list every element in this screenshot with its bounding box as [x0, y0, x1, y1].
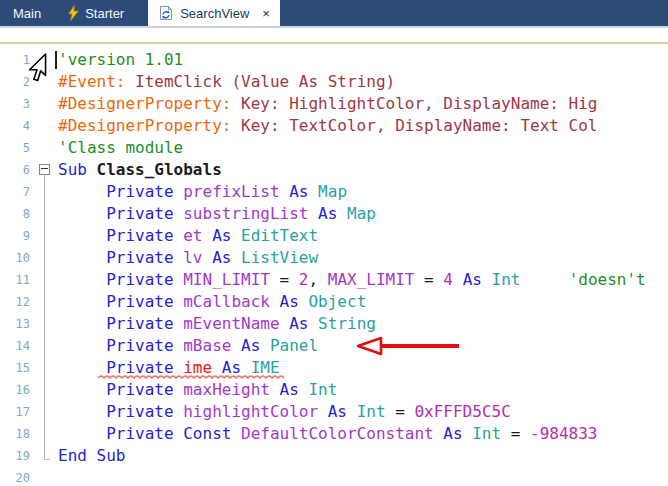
fold-gutter: [34, 379, 58, 401]
code-line[interactable]: 16 Private maxHeight As Int: [0, 379, 668, 401]
code-text: Private mBase As Panel: [58, 335, 668, 357]
code-line[interactable]: 15 Private ime As IME: [0, 357, 668, 379]
code-token: ItemClick (Value As String): [125, 72, 395, 91]
code-token: String: [318, 314, 376, 333]
line-number[interactable]: 5: [0, 137, 34, 159]
code-text: Private maxHeight As Int: [58, 379, 668, 401]
code-text: Private ime As IME: [58, 357, 668, 379]
code-line[interactable]: 9 Private et As EditText: [0, 225, 668, 247]
tab-searchview-label: SearchView: [180, 6, 249, 21]
fold-guide: [44, 181, 45, 203]
code-line[interactable]: 4#DesignerProperty: Key: TextColor, Disp…: [0, 115, 668, 137]
code-text: #Event: ItemClick (Value As String): [58, 71, 668, 93]
code-token: As: [318, 204, 347, 223]
fold-guide: [44, 225, 45, 247]
code-token: Private: [58, 226, 183, 245]
code-line[interactable]: 7 Private prefixList As Map: [0, 181, 668, 203]
code-line[interactable]: 10 Private lv As ListView: [0, 247, 668, 269]
fold-gutter: [34, 137, 58, 159]
fold-gutter: [34, 313, 58, 335]
line-number[interactable]: 4: [0, 115, 34, 137]
code-line[interactable]: 20: [0, 467, 668, 486]
lightning-icon: [68, 5, 79, 21]
code-token: Int: [492, 270, 521, 289]
code-line[interactable]: 8 Private substringList As Map: [0, 203, 668, 225]
code-line[interactable]: 2#Event: ItemClick (Value As String): [0, 71, 668, 93]
code-line[interactable]: 14 Private mBase As Panel: [0, 335, 668, 357]
annotation-arrow-icon: [356, 336, 462, 356]
fold-collapse-icon[interactable]: [39, 164, 50, 175]
code-token: Private: [58, 182, 183, 201]
line-number[interactable]: 7: [0, 181, 34, 203]
code-token: As: [241, 336, 270, 355]
fold-gutter: [34, 159, 58, 181]
code-token: Private: [58, 402, 183, 421]
line-number[interactable]: 16: [0, 379, 34, 401]
code-token: =: [414, 270, 443, 289]
line-number[interactable]: 20: [0, 467, 34, 486]
line-number[interactable]: 10: [0, 247, 34, 269]
tab-starter[interactable]: Starter: [58, 0, 134, 26]
code-line[interactable]: 12 Private mCallback As Object: [0, 291, 668, 313]
code-text: Private MIN_LIMIT = 2, MAX_LIMIT = 4 As …: [58, 269, 668, 291]
code-line[interactable]: 18 Private Const DefaultColorConstant As…: [0, 423, 668, 445]
code-line[interactable]: 6Sub Class_Globals: [0, 159, 668, 181]
fold-guide: [44, 291, 45, 313]
line-number[interactable]: 19: [0, 445, 34, 467]
ide-window: { "tab_bar": { "tabs": [ { "label": "Mai…: [0, 0, 668, 486]
line-number[interactable]: 13: [0, 313, 34, 335]
fold-guide: [44, 335, 45, 357]
code-token: maxHeight: [183, 380, 279, 399]
code-text: Private mCallback As Object: [58, 291, 668, 313]
mouse-cursor-icon: [27, 52, 47, 86]
code-token: mBase: [183, 336, 241, 355]
code-editor[interactable]: 1'version 1.012#Event: ItemClick (Value …: [0, 44, 668, 486]
line-number[interactable]: 9: [0, 225, 34, 247]
fold-gutter: [34, 247, 58, 269]
code-token: As: [212, 248, 241, 267]
fold-gutter: [34, 335, 58, 357]
line-number[interactable]: 11: [0, 269, 34, 291]
code-text: #DesignerProperty: Key: HighlightColor, …: [58, 93, 668, 115]
code-token: 0xFFFD5C5C: [414, 402, 510, 421]
code-text: 'version 1.01: [58, 49, 668, 71]
tab-main[interactable]: Main: [0, 0, 54, 26]
code-line[interactable]: 5'Class module: [0, 137, 668, 159]
code-token: Int: [472, 424, 501, 443]
code-token: Sub: [58, 160, 97, 179]
code-token: Map: [318, 182, 347, 201]
fold-gutter: [34, 225, 58, 247]
code-line[interactable]: 3#DesignerProperty: Key: HighlightColor,…: [0, 93, 668, 115]
code-token: ListView: [241, 248, 318, 267]
code-token: lv: [183, 248, 212, 267]
code-line[interactable]: 19End Sub: [0, 445, 668, 467]
fold-gutter: [34, 93, 58, 115]
code-text: End Sub: [58, 445, 668, 467]
fold-guide: [44, 247, 45, 269]
code-line[interactable]: 13 Private mEventName As String: [0, 313, 668, 335]
code-token: mCallback: [183, 292, 279, 311]
fold-gutter: [34, 423, 58, 445]
line-number[interactable]: 14: [0, 335, 34, 357]
fold-guide-end: [44, 459, 50, 460]
line-number[interactable]: 15: [0, 357, 34, 379]
line-number[interactable]: 18: [0, 423, 34, 445]
line-number[interactable]: 17: [0, 401, 34, 423]
code-line[interactable]: 17 Private highlightColor As Int = 0xFFF…: [0, 401, 668, 423]
fold-gutter: [34, 291, 58, 313]
code-line[interactable]: 1'version 1.01: [0, 49, 668, 71]
tab-searchview[interactable]: SearchView ×: [148, 0, 280, 26]
code-token: Map: [347, 204, 376, 223]
line-number[interactable]: 12: [0, 291, 34, 313]
code-token: As: [463, 270, 492, 289]
code-token: Class_Globals: [97, 160, 222, 179]
close-tab-icon[interactable]: ×: [262, 7, 270, 20]
code-token: Private: [58, 248, 183, 267]
code-token: -984833: [530, 424, 597, 443]
line-number[interactable]: 3: [0, 93, 34, 115]
line-number[interactable]: 6: [0, 159, 34, 181]
code-line[interactable]: 11 Private MIN_LIMIT = 2, MAX_LIMIT = 4 …: [0, 269, 668, 291]
tab-bar: Main Starter SearchView ×: [0, 0, 668, 28]
line-number[interactable]: 8: [0, 203, 34, 225]
code-token: DefaultColorConstant: [241, 424, 443, 443]
